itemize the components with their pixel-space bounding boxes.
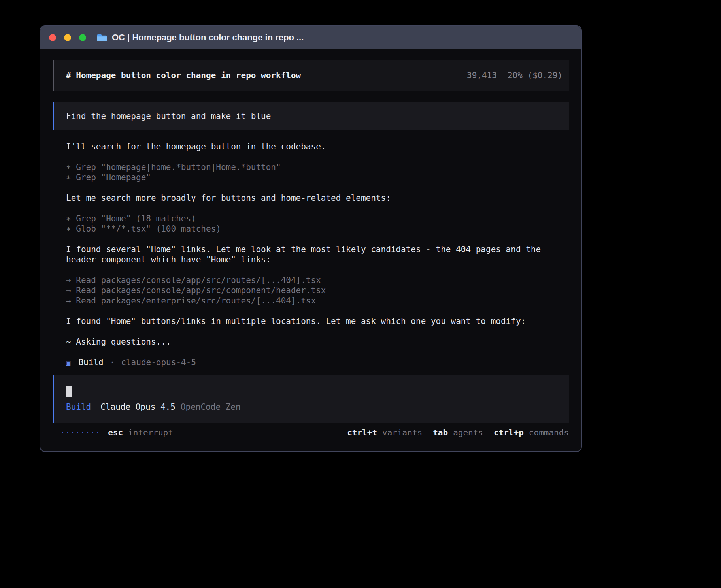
provider-label: OpenCode Zen [181,402,241,412]
tool-call-group: ∗ Grep "homepage|home.*button|Home.*butt… [66,162,556,183]
mode-label: Build [66,402,91,412]
titlebar[interactable]: OC | Homepage button color change in rep… [40,26,581,49]
commands-hint: ctrl+pcommands [494,428,569,438]
status-text: ~ Asking questions... [66,337,556,347]
agents-label: agents [453,428,483,437]
window-title: OC | Homepage button color change in rep… [112,32,304,43]
interrupt-hint: escinterrupt [108,428,173,438]
terminal-body: # Homepage button color change in repo w… [40,49,581,451]
session-title: # Homepage button color change in repo w… [66,70,301,81]
token-count: 39,413 [467,70,497,81]
variants-hint: ctrl+tvariants [347,428,422,438]
agents-hint: tabagents [433,428,483,438]
ctrl-p-key-label: ctrl+p [494,428,524,437]
tab-key-label: tab [433,428,448,437]
commands-label: commands [529,428,569,437]
footer: ········ escinterrupt ctrl+tvariants tab… [53,428,569,438]
assistant-paragraph: Let me search more broadly for buttons a… [66,193,556,203]
assistant-paragraph: I found several "Home" links. Let me loo… [66,244,556,265]
context-usage: 20% ($0.29) [508,70,562,81]
assistant-paragraph: I found "Home" buttons/links in multiple… [66,316,556,326]
user-message: Find the homepage button and make it blu… [53,102,569,130]
grep-tool-line: ∗ Grep "Home" (18 matches) [66,213,556,224]
model-label: Claude Opus 4.5 [100,402,176,412]
footer-left: ········ escinterrupt [53,428,173,438]
separator-dot: · [110,357,115,368]
minimize-button[interactable] [64,34,71,41]
spinner-dots: ········ [60,428,100,438]
zoom-button[interactable] [79,34,86,41]
agent-model: claude-opus-4-5 [121,357,196,368]
esc-key-label: esc [108,428,123,437]
session-stats: 39,413 20% ($0.29) [467,70,562,81]
session-header: # Homepage button color change in repo w… [53,60,569,91]
prompt-input[interactable]: Build Claude Opus 4.5 OpenCode Zen [53,375,569,423]
close-button[interactable] [49,34,56,41]
grep-tool-line: ∗ Grep "Homepage" [66,172,556,183]
footer-right: ctrl+tvariants tabagents ctrl+pcommands [347,428,569,438]
ctrl-t-key-label: ctrl+t [347,428,377,437]
input-line[interactable] [66,386,562,397]
assistant-paragraph: I'll search for the homepage button in t… [66,141,556,152]
read-tool-line: → Read packages/console/app/src/componen… [66,285,556,296]
interrupt-label: interrupt [128,428,173,437]
variants-label: variants [382,428,422,437]
tool-call-group: ∗ Grep "Home" (18 matches) ∗ Glob "**/*.… [66,213,556,234]
read-tool-line: → Read packages/console/app/src/routes/[… [66,275,556,285]
agent-name: Build [78,357,103,368]
chat-log: I'll search for the homepage button in t… [66,141,556,368]
agent-square-icon: ▣ [66,357,70,368]
user-message-text: Find the homepage button and make it blu… [66,111,271,121]
grep-tool-line: ∗ Grep "homepage|home.*button|Home.*butt… [66,162,556,172]
text-cursor [66,386,72,397]
glob-tool-line: ∗ Glob "**/*.tsx" (100 matches) [66,224,556,234]
input-status-line: Build Claude Opus 4.5 OpenCode Zen [66,402,562,412]
terminal-window: OC | Homepage button color change in rep… [40,25,582,452]
traffic-lights [49,34,86,41]
tool-call-group: → Read packages/console/app/src/routes/[… [66,275,556,306]
folder-icon [96,33,108,42]
read-tool-line: → Read packages/enterprise/src/routes/[.… [66,296,556,306]
agent-badge: ▣ Build · claude-opus-4-5 [66,357,556,368]
